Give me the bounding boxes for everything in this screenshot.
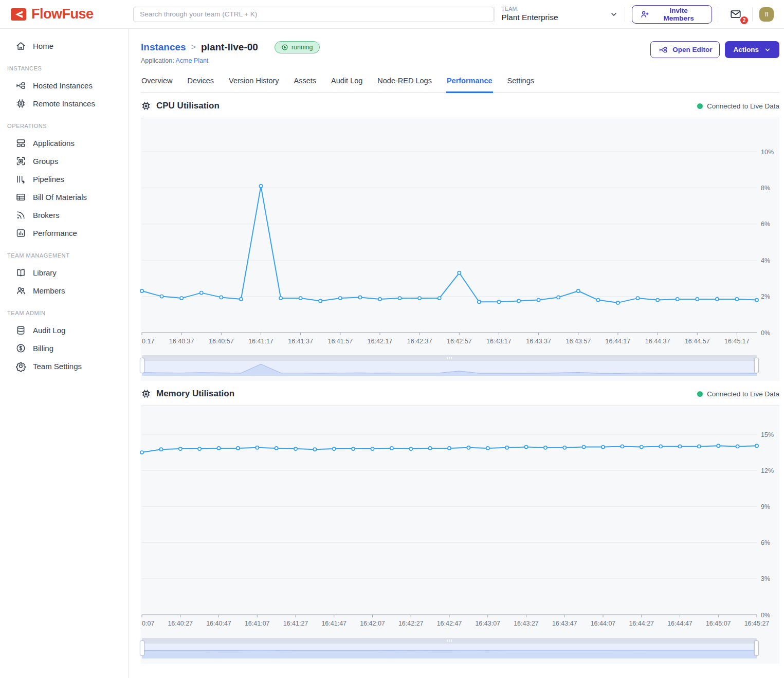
bill-of-materials-icon bbox=[15, 192, 26, 203]
data-point bbox=[656, 299, 659, 302]
billing-icon bbox=[15, 343, 26, 354]
open-editor-button[interactable]: Open Editor bbox=[650, 41, 720, 58]
data-point bbox=[299, 297, 302, 300]
data-point bbox=[160, 295, 163, 298]
sidebar-item-applications[interactable]: Applications bbox=[0, 134, 128, 152]
sidebar-item-audit-log[interactable]: Audit Log bbox=[0, 321, 128, 339]
scrubber-handle-right[interactable] bbox=[754, 358, 759, 373]
tab-devices[interactable]: Devices bbox=[187, 75, 214, 93]
sidebar-item-label: Members bbox=[33, 286, 65, 295]
sidebar-item-brokers[interactable]: Brokers bbox=[0, 206, 128, 224]
svg-text:8%: 8% bbox=[761, 185, 770, 192]
data-point bbox=[256, 446, 259, 449]
data-point bbox=[398, 297, 401, 300]
data-point bbox=[582, 446, 586, 449]
data-point bbox=[294, 447, 297, 450]
sidebar-item-team-settings[interactable]: Team Settings bbox=[0, 357, 128, 375]
svg-text:16:43:17: 16:43:17 bbox=[486, 338, 512, 345]
svg-text:16:41:47: 16:41:47 bbox=[321, 620, 347, 627]
user-avatar[interactable]: fl bbox=[759, 7, 774, 22]
data-point bbox=[736, 445, 739, 448]
sidebar-item-performance[interactable]: Performance bbox=[0, 224, 128, 242]
scrubber-handle-right[interactable] bbox=[754, 640, 759, 656]
data-point bbox=[240, 298, 243, 301]
svg-text:16:41:37: 16:41:37 bbox=[288, 338, 313, 345]
sidebar-item-label: Brokers bbox=[33, 211, 60, 219]
scrubber-handle-left[interactable] bbox=[140, 640, 144, 656]
sidebar-item-members[interactable]: Members bbox=[0, 282, 128, 300]
search-input[interactable] bbox=[133, 7, 494, 22]
data-point bbox=[352, 447, 355, 450]
sidebar-item-hosted-instances[interactable]: Hosted Instances bbox=[0, 77, 128, 95]
tab-assets[interactable]: Assets bbox=[294, 75, 317, 93]
tab-overview[interactable]: Overview bbox=[141, 75, 173, 93]
svg-text:16:44:07: 16:44:07 bbox=[591, 620, 616, 627]
hosted-instances-icon bbox=[15, 80, 26, 91]
user-plus-icon bbox=[640, 10, 649, 19]
svg-text:16:43:47: 16:43:47 bbox=[552, 620, 577, 627]
data-point bbox=[467, 446, 470, 449]
data-point bbox=[616, 301, 619, 304]
invite-members-button[interactable]: Invite Members bbox=[632, 5, 712, 24]
brokers-icon bbox=[15, 210, 26, 221]
data-point bbox=[220, 296, 223, 299]
sidebar-item-label: Audit Log bbox=[33, 326, 65, 335]
svg-text:16:42:57: 16:42:57 bbox=[447, 338, 472, 345]
sidebar-item-label: Pipelines bbox=[33, 175, 64, 184]
data-point bbox=[524, 446, 527, 449]
live-dot-icon bbox=[697, 103, 703, 109]
flowfuse-logo-icon bbox=[10, 7, 27, 22]
svg-text:16:45:27: 16:45:27 bbox=[744, 620, 770, 627]
data-point bbox=[275, 447, 278, 450]
svg-text:16:41:07: 16:41:07 bbox=[245, 620, 270, 627]
notifications-button[interactable]: 2 bbox=[726, 8, 745, 21]
tab-node-red-logs[interactable]: Node-RED Logs bbox=[377, 75, 432, 93]
data-point bbox=[486, 447, 489, 450]
sidebar-item-home[interactable]: Home bbox=[0, 37, 128, 55]
sidebar-item-bill-of-materials[interactable]: Bill Of Materials bbox=[0, 188, 128, 206]
application-link[interactable]: Acme Plant bbox=[175, 57, 208, 64]
sidebar-item-library[interactable]: Library bbox=[0, 264, 128, 282]
sidebar-section-operations: OPERATIONS bbox=[0, 123, 128, 129]
team-switcher[interactable]: TEAM: Plant Enterprise bbox=[501, 6, 618, 23]
data-point bbox=[409, 447, 412, 450]
tab-settings[interactable]: Settings bbox=[507, 75, 535, 93]
tab-version-history[interactable]: Version History bbox=[228, 75, 280, 93]
svg-text:16:40:37: 16:40:37 bbox=[169, 338, 194, 345]
scrubber-track[interactable] bbox=[142, 638, 757, 644]
data-point bbox=[640, 446, 643, 449]
tab-performance[interactable]: Performance bbox=[446, 75, 493, 93]
svg-text:16:40:57: 16:40:57 bbox=[209, 338, 234, 345]
data-point bbox=[140, 289, 143, 292]
sidebar-item-label: Performance bbox=[33, 229, 77, 237]
sidebar-section-instances: INSTANCES bbox=[0, 65, 128, 71]
svg-text:12%: 12% bbox=[761, 467, 774, 474]
data-point bbox=[140, 451, 143, 454]
sidebar-item-groups[interactable]: Groups bbox=[0, 152, 128, 170]
sidebar-item-billing[interactable]: Billing bbox=[0, 339, 128, 357]
divider bbox=[625, 7, 625, 22]
svg-text:16:45:07: 16:45:07 bbox=[706, 620, 731, 627]
svg-text:16:41:17: 16:41:17 bbox=[248, 338, 274, 345]
svg-text:16:44:57: 16:44:57 bbox=[685, 338, 710, 345]
flowfuse-logo[interactable]: FlowFuse bbox=[10, 6, 133, 22]
data-point bbox=[716, 298, 719, 301]
sidebar-item-remote-instances[interactable]: Remote Instances bbox=[0, 95, 128, 113]
data-point bbox=[698, 445, 701, 448]
actions-button[interactable]: Actions bbox=[725, 41, 779, 58]
data-point bbox=[438, 297, 441, 300]
scrubber-minimap[interactable] bbox=[142, 644, 757, 658]
tab-audit-log[interactable]: Audit Log bbox=[331, 75, 363, 93]
sidebar-item-pipelines[interactable]: Pipelines bbox=[0, 170, 128, 188]
data-point bbox=[418, 297, 421, 300]
svg-text:2%: 2% bbox=[761, 293, 770, 300]
scrubber-track[interactable] bbox=[142, 355, 757, 361]
scrubber-minimap[interactable] bbox=[142, 361, 757, 376]
breadcrumb-instances-link[interactable]: Instances bbox=[141, 42, 186, 53]
live-data-status: Connected to Live Data bbox=[697, 102, 779, 110]
svg-text:3%: 3% bbox=[761, 575, 770, 582]
scrubber-handle-left[interactable] bbox=[140, 358, 144, 373]
data-point bbox=[179, 447, 182, 450]
svg-text:0%: 0% bbox=[761, 329, 770, 337]
data-point bbox=[563, 446, 566, 449]
